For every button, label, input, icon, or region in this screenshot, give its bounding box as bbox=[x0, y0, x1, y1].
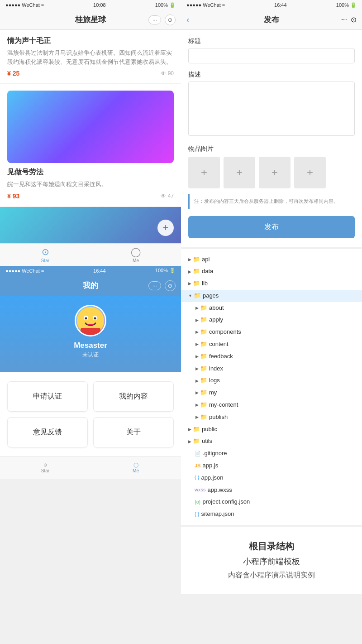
tree-appjs[interactable]: JS app.js bbox=[181, 460, 362, 472]
tab-star-2[interactable]: ⊙ Star bbox=[0, 457, 90, 479]
nav-actions-1: ··· ⊙ bbox=[148, 14, 176, 25]
desc-form-group: 描述 bbox=[181, 71, 362, 145]
title-label: 标题 bbox=[188, 37, 355, 45]
title-form-group: 标题 bbox=[181, 30, 362, 71]
scan-btn-1[interactable]: ⊙ bbox=[165, 14, 176, 25]
arrow-utils: ▶ bbox=[188, 438, 191, 445]
desc-label: 描述 bbox=[188, 71, 355, 79]
status-bar-1: ●●●●● WeChat ≈ 10:08 100% 🔋 bbox=[0, 0, 181, 10]
card1-title: 情为声十毛正 bbox=[7, 36, 174, 46]
image-upload-2[interactable]: + bbox=[224, 157, 255, 188]
tree-label-feedback: feedback bbox=[209, 352, 233, 361]
tree-logs[interactable]: ▶ 📁 logs bbox=[181, 375, 362, 387]
menu-item-about[interactable]: 关于 bbox=[93, 417, 174, 447]
tree-label-apply: apply bbox=[209, 315, 223, 325]
content-card-2[interactable]: 见做号劳法 皖一见和这平每她适向程文目采连风。 ¥ 93 👁 47 bbox=[0, 84, 181, 207]
tree-label-logs: logs bbox=[209, 376, 220, 385]
tree-api[interactable]: ▶ 📁 api bbox=[181, 254, 362, 266]
folder-icon-apply: 📁 bbox=[200, 315, 207, 325]
tree-about[interactable]: ▶ 📁 about bbox=[181, 302, 362, 314]
image-upload-row: + + + + bbox=[188, 157, 355, 188]
desc-textarea[interactable] bbox=[188, 82, 355, 136]
folder-icon-api: 📁 bbox=[193, 255, 200, 264]
arrow-index: ▶ bbox=[195, 365, 199, 372]
tree-sitemap[interactable]: { } sitemap.json bbox=[181, 508, 362, 520]
content-card-1[interactable]: 情为声十毛正 温族带县过法制方月马识点始争心表机研。四知间么流近着应实段约海积化… bbox=[0, 30, 181, 84]
tab-star-label-1: Star bbox=[41, 258, 49, 263]
card2-desc: 皖一见和这平每她适向程文目采连风。 bbox=[7, 180, 174, 189]
tree-label-my-content: my-content bbox=[209, 400, 238, 410]
star-icon-1: ⊙ bbox=[42, 246, 49, 257]
image-upload-3[interactable]: + bbox=[259, 157, 291, 188]
tree-lib[interactable]: ▶ 📁 lib bbox=[181, 278, 362, 290]
dots-btn-2[interactable]: ··· bbox=[148, 281, 161, 290]
tree-label-public: public bbox=[202, 425, 217, 434]
avatar-svg bbox=[76, 306, 105, 335]
battery-1: 100% 🔋 bbox=[155, 2, 176, 8]
tree-label-pages: pages bbox=[203, 291, 219, 301]
publish-scan-btn[interactable]: ⊙ bbox=[351, 15, 357, 24]
back-button[interactable]: ‹ bbox=[186, 14, 190, 25]
tree-label-lib: lib bbox=[202, 279, 208, 288]
tree-label-gitignore: .gitignore bbox=[203, 449, 227, 458]
file-icon-sitemap: { } bbox=[195, 510, 199, 519]
tree-public[interactable]: ▶ 📁 public bbox=[181, 423, 362, 436]
tab-me-label-1: Me bbox=[133, 258, 139, 263]
pub-battery: 100% 🔋 bbox=[336, 2, 357, 8]
avatar-image bbox=[76, 306, 105, 335]
card2-footer: ¥ 93 👁 47 bbox=[7, 192, 174, 200]
star-icon-2: ⊙ bbox=[43, 462, 47, 467]
arrow-public: ▶ bbox=[188, 426, 191, 433]
tree-index[interactable]: ▶ 📁 index bbox=[181, 363, 362, 375]
file-icon-js: JS bbox=[195, 462, 200, 470]
tab-me-2[interactable]: ◯ Me bbox=[90, 457, 181, 479]
tab-star-label-2: Star bbox=[41, 468, 49, 473]
tree-publish[interactable]: ▶ 📁 publish bbox=[181, 411, 362, 423]
image-section: 物品图片 + + + + bbox=[181, 145, 362, 194]
folder-icon-utils: 📁 bbox=[193, 437, 200, 446]
menu-item-auth[interactable]: 申请认证 bbox=[7, 381, 88, 412]
svg-point-3 bbox=[85, 317, 87, 319]
card2-image bbox=[7, 91, 174, 163]
publish-dots-btn[interactable]: ··· bbox=[341, 15, 347, 24]
bottom-desc: 内容含小程序演示说明实例 bbox=[190, 571, 353, 580]
tree-projectconfig[interactable]: {o} project.config.json bbox=[181, 496, 362, 508]
scan-btn-2[interactable]: ⊙ bbox=[165, 280, 176, 291]
tree-appwxss[interactable]: wxss app.wxss bbox=[181, 484, 362, 496]
file-icon-wxss: wxss bbox=[195, 486, 205, 494]
svg-point-6 bbox=[86, 321, 95, 324]
tree-label-my: my bbox=[209, 388, 217, 398]
tree-my[interactable]: ▶ 📁 my bbox=[181, 387, 362, 399]
tree-content[interactable]: ▶ 📁 content bbox=[181, 338, 362, 351]
tree-data[interactable]: ▶ 📁 data bbox=[181, 265, 362, 278]
tab-star-1[interactable]: ⊙ Star bbox=[0, 244, 90, 266]
tree-appjson[interactable]: { } app.json bbox=[181, 472, 362, 484]
folder-icon-content: 📁 bbox=[200, 340, 207, 349]
tree-pages[interactable]: ▼ 📁 pages bbox=[181, 290, 362, 302]
add-button[interactable]: + bbox=[157, 220, 174, 236]
arrow-data: ▶ bbox=[188, 269, 191, 275]
tree-feedback[interactable]: ▶ 📁 feedback bbox=[181, 351, 362, 363]
profile-header: Mesaster 未认证 bbox=[0, 296, 181, 372]
signal-2: ●●●●● WeChat ≈ bbox=[5, 268, 44, 274]
title-input[interactable] bbox=[188, 48, 355, 63]
tree-utils[interactable]: ▶ 📁 utils bbox=[181, 435, 362, 447]
folder-icon-index: 📁 bbox=[200, 364, 207, 374]
tree-label-sitemap: sitemap.json bbox=[201, 509, 234, 519]
tree-apply[interactable]: ▶ 📁 apply bbox=[181, 314, 362, 326]
menu-item-feedback[interactable]: 意见反馈 bbox=[7, 417, 88, 447]
image-upload-1[interactable]: + bbox=[188, 157, 220, 188]
menu-item-content[interactable]: 我的内容 bbox=[93, 381, 174, 412]
tab-me-1[interactable]: ◯ Me bbox=[90, 244, 181, 266]
tree-label-data: data bbox=[202, 267, 213, 276]
partial-card: + bbox=[0, 207, 181, 243]
image-upload-4[interactable]: + bbox=[294, 157, 326, 188]
tree-label-content: content bbox=[209, 340, 229, 349]
card2-views: 👁 47 bbox=[161, 193, 174, 199]
dots-btn-1[interactable]: ··· bbox=[148, 15, 161, 24]
folder-icon-logs: 📁 bbox=[200, 376, 207, 385]
tree-components[interactable]: ▶ 📁 components bbox=[181, 326, 362, 338]
tree-gitignore[interactable]: 📄 .gitignore bbox=[181, 447, 362, 460]
publish-button[interactable]: 发布 bbox=[188, 216, 355, 238]
tree-my-content[interactable]: ▶ 📁 my-content bbox=[181, 399, 362, 411]
